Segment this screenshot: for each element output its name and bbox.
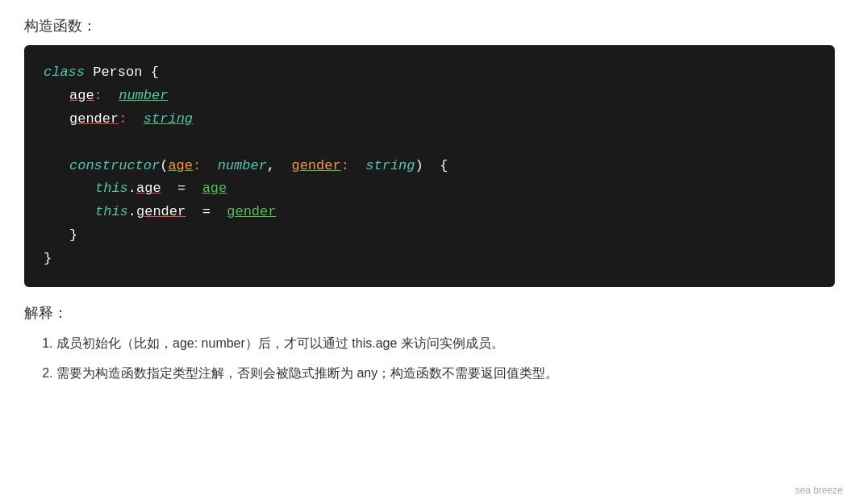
type-number: number — [119, 88, 168, 103]
code-block: class Person { age: number gender: strin… — [24, 45, 835, 287]
code-line-9: } — [44, 248, 815, 271]
prop-gender: gender — [69, 111, 119, 127]
open-brace-2: { — [440, 158, 448, 173]
explanation-list: 成员初始化（比如，age: number）后，才可以通过 this.age 来访… — [24, 332, 835, 384]
keyword-constructor: constructor — [69, 158, 160, 173]
colon-2: : — [119, 111, 127, 127]
explanation-item-2: 需要为构造函数指定类型注解，否则会被隐式推断为 any；构造函数不需要返回值类型… — [56, 362, 835, 384]
val-age: age — [202, 181, 227, 196]
code-line-8: } — [44, 224, 815, 248]
keyword-class: class — [44, 65, 85, 80]
code-line-7: this.gender = gender — [44, 201, 815, 224]
code-line-5: constructor(age: number, gender: string)… — [44, 155, 815, 178]
param-age: age — [168, 158, 193, 173]
dot-1: . — [128, 181, 136, 196]
eq-2: = — [202, 204, 211, 219]
keyword-this-2: this — [95, 204, 128, 219]
code-line-2: age: number — [44, 85, 815, 108]
colon-4: : — [341, 158, 349, 173]
paren-open: ( — [160, 158, 168, 173]
dot-2: . — [128, 204, 136, 219]
keyword-this-1: this — [95, 181, 128, 196]
param-gender: gender — [291, 158, 340, 173]
val-gender: gender — [227, 204, 276, 219]
param-type-string: string — [365, 158, 415, 173]
eq-1: = — [177, 181, 186, 196]
section-header: 构造函数： — [24, 16, 835, 35]
colon-3: : — [193, 158, 201, 173]
watermark: sea breeze — [795, 485, 843, 496]
this-gender: gender — [136, 204, 186, 219]
open-brace: { — [151, 65, 159, 80]
section-title: 构造函数： — [24, 16, 835, 35]
param-type-number: number — [218, 158, 267, 173]
close-brace-outer: } — [44, 251, 52, 266]
code-line-1: class Person { — [44, 61, 815, 85]
comma: , — [267, 158, 275, 173]
prop-age: age — [69, 88, 94, 103]
type-string: string — [144, 111, 193, 127]
code-line-3: gender: string — [44, 108, 815, 131]
explanation-title: 解释： — [24, 303, 835, 323]
code-line-6: this.age = age — [44, 177, 815, 201]
code-line-4 — [44, 131, 815, 155]
paren-close: ) — [415, 158, 423, 173]
class-name: Person — [93, 65, 142, 80]
explanation-item-1: 成员初始化（比如，age: number）后，才可以通过 this.age 来访… — [56, 332, 835, 354]
colon-1: : — [94, 88, 102, 103]
close-brace-inner: } — [69, 227, 77, 243]
this-age: age — [136, 181, 161, 196]
explanation-section: 解释： 成员初始化（比如，age: number）后，才可以通过 this.ag… — [24, 303, 835, 384]
